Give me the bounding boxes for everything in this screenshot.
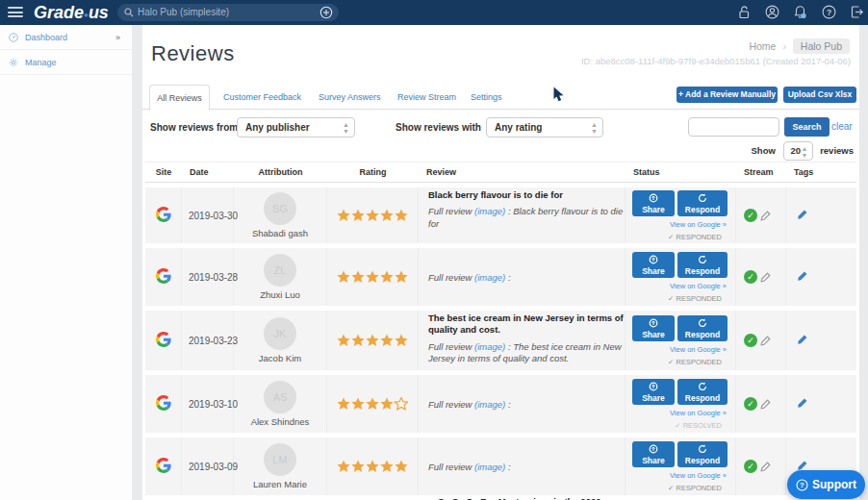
svg-text:?: ?	[826, 8, 830, 17]
svg-text:?: ?	[800, 481, 804, 489]
